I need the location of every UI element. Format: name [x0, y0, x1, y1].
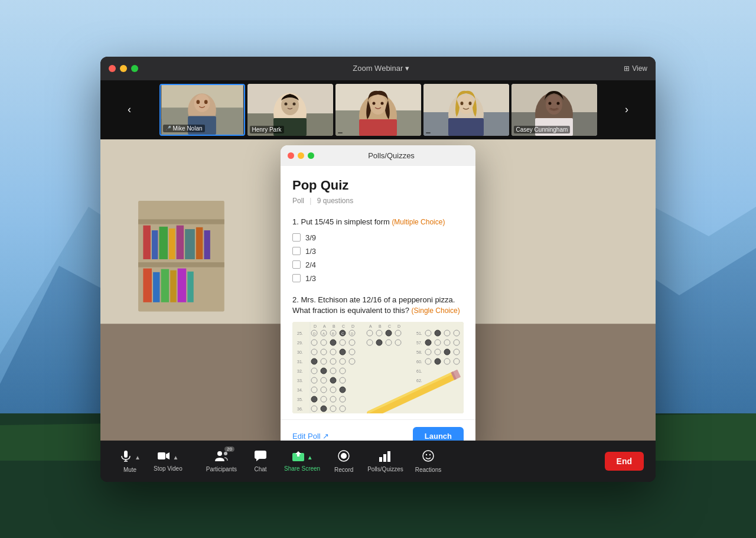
- toolbar-reactions[interactable]: Reactions: [409, 447, 447, 475]
- participant-name-mike: 🎤 Mike Nolan: [163, 125, 205, 132]
- svg-rect-60: [143, 268, 152, 302]
- svg-point-128: [340, 377, 346, 383]
- participant-thumbnail-female1[interactable]: [335, 84, 421, 136]
- svg-point-187: [423, 451, 434, 461]
- traffic-lights: [109, 65, 138, 72]
- launch-button[interactable]: Launch: [413, 427, 464, 441]
- participants-label: Participants: [206, 466, 237, 472]
- svg-point-112: [321, 349, 327, 355]
- choice-1-b-label: 1/3: [305, 247, 316, 256]
- svg-point-139: [330, 406, 336, 412]
- toolbar-chat[interactable]: Chat: [243, 448, 278, 475]
- maximize-button[interactable]: [131, 65, 138, 72]
- minimize-button[interactable]: [120, 65, 127, 72]
- quiz-questions-count: 9 questions: [317, 197, 353, 205]
- svg-point-109: [386, 340, 392, 345]
- svg-text:58.: 58.: [416, 350, 422, 354]
- polls-icon: [379, 450, 392, 465]
- svg-point-42: [546, 94, 562, 115]
- svg-point-123: [330, 368, 336, 374]
- choice-1-c[interactable]: 2/4: [292, 260, 464, 269]
- svg-text:33.: 33.: [297, 379, 303, 383]
- svg-rect-27: [359, 119, 397, 136]
- svg-point-159: [454, 349, 460, 355]
- checkbox-1-b[interactable]: [292, 247, 301, 255]
- svg-point-133: [311, 396, 317, 402]
- svg-rect-53: [152, 230, 158, 259]
- svg-point-34: [458, 95, 474, 114]
- next-arrow[interactable]: ›: [621, 103, 632, 116]
- window-title: Zoom Webinar ▾: [138, 64, 624, 73]
- svg-text:61.: 61.: [416, 369, 422, 373]
- participant-thumbnail-casey[interactable]: Casey Cunningham: [511, 84, 597, 136]
- svg-point-116: [311, 358, 317, 364]
- prev-arrow[interactable]: ‹: [124, 103, 135, 116]
- toolbar-polls-quizzes[interactable]: Polls/Quizzes: [361, 448, 409, 475]
- participant-name-casey: Casey Cunningham: [514, 126, 571, 133]
- svg-point-127: [330, 377, 336, 383]
- svg-point-158: [444, 349, 450, 355]
- svg-point-115: [349, 349, 355, 355]
- svg-point-137: [311, 406, 317, 412]
- svg-point-135: [330, 396, 336, 402]
- share-screen-arrow: ▲: [307, 454, 313, 461]
- svg-point-37: [468, 102, 471, 105]
- toolbar-record[interactable]: Record: [326, 447, 361, 475]
- participant-name-female1: [338, 132, 343, 133]
- polls-quizzes-label: Polls/Quizzes: [367, 466, 403, 472]
- share-screen-icon: [292, 451, 305, 464]
- svg-point-20: [284, 102, 287, 105]
- video-icon: [157, 451, 170, 464]
- svg-point-163: [454, 358, 460, 364]
- modal-close-button[interactable]: [288, 152, 294, 159]
- choice-1-a[interactable]: 3/9: [292, 233, 464, 242]
- choice-1-d[interactable]: 1/3: [292, 274, 464, 283]
- end-button[interactable]: End: [605, 452, 644, 471]
- svg-text:29.: 29.: [297, 341, 303, 345]
- view-button[interactable]: ⊞ View: [624, 64, 647, 73]
- participant-thumbnail-mike[interactable]: 🎤 Mike Nolan: [159, 84, 245, 136]
- participant-thumbnail-female2[interactable]: [423, 84, 509, 136]
- svg-rect-185: [383, 454, 386, 462]
- toolbar-mute[interactable]: ▲ Mute: [112, 447, 148, 475]
- video-thumbnails: 🎤 Mike Nolan: [137, 84, 619, 136]
- svg-rect-52: [143, 225, 150, 259]
- mac-window: Zoom Webinar ▾ ⊞ View ‹: [100, 57, 656, 482]
- checkbox-1-c[interactable]: [292, 260, 301, 269]
- question-2: 2. Mrs. Etchison ate 12/16 of a pepperon…: [292, 295, 464, 413]
- modal-title: Polls/Quizzes: [314, 151, 468, 160]
- svg-text:A: A: [369, 324, 372, 328]
- modal-traffic-lights: [288, 152, 314, 159]
- svg-text:D: D: [397, 324, 400, 328]
- svg-text:C: C: [388, 324, 391, 328]
- modal-minimize-button[interactable]: [298, 152, 304, 159]
- checkbox-1-d[interactable]: [292, 274, 301, 282]
- svg-point-113: [330, 349, 336, 355]
- svg-rect-174: [158, 452, 165, 459]
- svg-point-107: [367, 340, 373, 345]
- svg-point-125: [311, 377, 317, 383]
- svg-point-134: [321, 396, 327, 402]
- participant-name-henry: Henry Park: [250, 126, 284, 133]
- svg-point-155: [454, 340, 460, 345]
- toolbar-stop-video[interactable]: ▲ Stop Video: [148, 448, 188, 474]
- svg-point-21: [292, 102, 295, 105]
- checkbox-1-a[interactable]: [292, 233, 301, 242]
- edit-poll-link[interactable]: Edit Poll ↗: [292, 432, 329, 441]
- svg-marker-175: [166, 452, 170, 459]
- share-screen-label: Share Screen: [284, 465, 320, 472]
- svg-point-28: [372, 102, 375, 105]
- choice-1-a-label: 3/9: [305, 233, 316, 242]
- svg-point-151: [454, 330, 460, 336]
- participant-thumbnail-henry[interactable]: Henry Park: [247, 84, 333, 136]
- modal-maximize-button[interactable]: [308, 152, 314, 159]
- svg-text:A: A: [323, 324, 326, 328]
- choice-1-b[interactable]: 1/3: [292, 247, 464, 256]
- toolbar-share-screen[interactable]: ▲ Share Screen: [278, 448, 326, 474]
- close-button[interactable]: [109, 65, 116, 72]
- svg-text:C: C: [342, 324, 345, 328]
- svg-text:B: B: [332, 332, 334, 335]
- toolbar-participants[interactable]: 20 Participants: [200, 448, 243, 475]
- chat-icon: [254, 450, 267, 465]
- svg-point-110: [395, 340, 401, 345]
